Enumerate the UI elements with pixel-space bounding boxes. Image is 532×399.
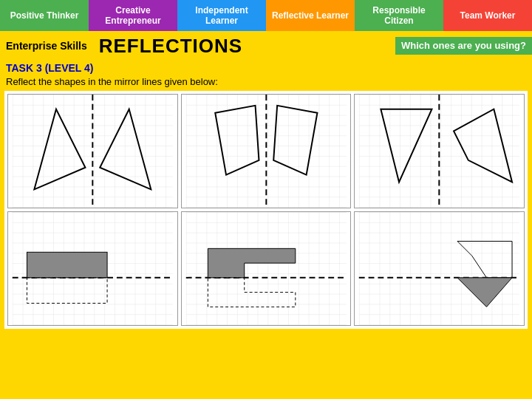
header-row: Enterprise Skills REFLECTIONS Which ones…	[0, 31, 532, 61]
enterprise-label: Enterprise Skills	[0, 37, 93, 55]
task-label: TASK 3 (LEVEL 4)	[0, 61, 532, 75]
nav-reflective-learner[interactable]: Reflective Learner	[266, 0, 355, 31]
grid-1-svg	[8, 95, 177, 208]
bottom-grid-row	[7, 211, 525, 326]
grid-4-svg	[8, 212, 177, 325]
top-nav: Positive Thinker Creative Entrepreneur I…	[0, 0, 532, 31]
grid-6-svg	[355, 212, 524, 325]
svg-rect-20	[359, 212, 519, 325]
grid-4	[7, 211, 178, 326]
task-instruction: Reflect the shapes in the mirror lines g…	[0, 75, 532, 88]
grid-3	[354, 94, 525, 208]
grid-3-svg	[355, 95, 524, 208]
page-title: REFLECTIONS	[93, 32, 248, 61]
nav-responsible-citizen[interactable]: Responsible Citizen	[355, 0, 443, 31]
grid-1	[7, 94, 178, 208]
nav-independent-learner[interactable]: Independent Learner	[177, 0, 266, 31]
nav-team-worker[interactable]: Team Worker	[443, 0, 532, 31]
grid-5	[181, 211, 352, 326]
grid-6	[354, 211, 525, 326]
grid-2	[181, 94, 352, 208]
grids-area	[4, 91, 528, 329]
grid-2-svg	[182, 95, 351, 208]
nav-positive-thinker[interactable]: Positive Thinker	[0, 0, 89, 31]
nav-creative-entrepreneur[interactable]: Creative Entrepreneur	[89, 0, 177, 31]
which-ones-box: Which ones are you using?	[395, 37, 532, 55]
grid-5-svg	[182, 212, 351, 325]
svg-rect-14	[27, 252, 107, 278]
top-grid-row	[7, 94, 525, 208]
